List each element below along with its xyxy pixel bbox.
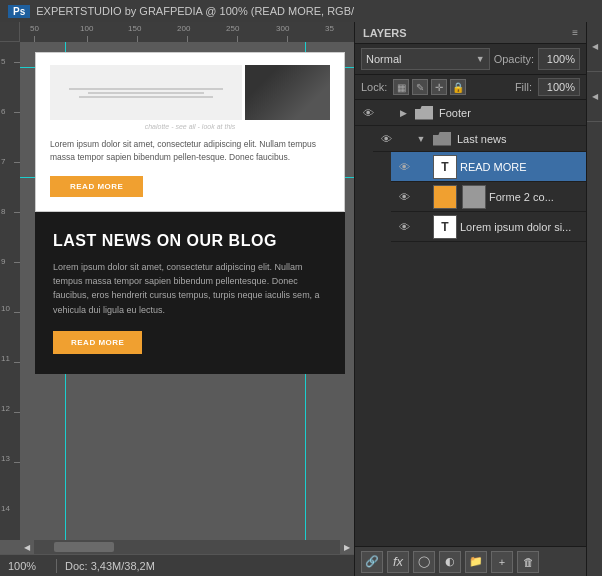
ruler-mark: 300 [276,24,289,33]
canvas-area[interactable]: 50 100 150 200 250 300 35 5 6 7 8 9 [0,22,354,576]
blend-mode-arrow: ▼ [476,54,485,64]
fill-input[interactable]: 100% [538,78,580,96]
status-divider [56,559,57,573]
blend-mode-value: Normal [366,53,401,65]
top-section: chalotte - see all - look at this Lorem … [35,52,345,212]
layers-panel-header: LAYERS ≡ [355,22,586,44]
status-bar: 100% Doc: 3,43M/38,2M [0,554,354,576]
layers-panel: LAYERS ≡ Normal ▼ Opacity: 100% Lock: ▦ … [354,22,586,576]
opacity-label: Opacity: [494,53,534,65]
lock-label: Lock: [361,81,387,93]
layer-item-forme2[interactable]: 👁 Forme 2 co... [391,182,586,212]
link-icon-lorem-ipsum [416,220,430,234]
adjustment-button[interactable]: ◐ [439,551,461,573]
link-icon-forme2 [416,190,430,204]
blend-opacity-row: Normal ▼ Opacity: 100% [355,44,586,75]
layers-panel-menu-icon[interactable]: ≡ [572,27,578,38]
link-icon-last-news [398,132,412,146]
mask-button[interactable]: ◯ [413,551,435,573]
fx-button[interactable]: fx [387,551,409,573]
lock-transparent-icon[interactable]: ▦ [393,79,409,95]
mock-header-right [245,65,330,120]
visibility-icon-lorem-ipsum[interactable]: 👁 [395,218,413,236]
layer-thumb-forme2-orange [433,185,457,209]
delete-layer-button[interactable]: 🗑 [517,551,539,573]
fill-label: Fill: [515,81,532,93]
folder-icon-last-news [433,132,451,146]
opacity-input[interactable]: 100% [538,48,580,70]
read-more-button-top[interactable]: READ MORE [50,176,143,197]
blend-mode-select[interactable]: Normal ▼ [361,48,490,70]
zoom-level: 100% [8,560,48,572]
mock-header-image [50,65,330,120]
expand-icon-footer[interactable]: ▶ [397,107,409,119]
visibility-icon-read-more[interactable]: 👁 [395,158,413,176]
layer-item-last-news[interactable]: 👁 ▼ Last news [373,126,586,152]
ruler-mark: 35 [325,24,334,33]
ruler-mark-v: 6 [1,107,5,116]
panel-collapse-tabs: ◀ ◀ [586,22,602,576]
small-italic-text: chalotte - see all - look at this [50,123,330,130]
group-button[interactable]: 📁 [465,551,487,573]
visibility-icon-footer[interactable]: 👁 [359,104,377,122]
ruler-mark-v: 8 [1,207,5,216]
layers-panel-title: LAYERS [363,27,407,39]
ruler-mark-v: 13 [1,454,10,463]
panel-tab-2[interactable]: ◀ [587,72,602,122]
ruler-mark-v: 12 [1,404,10,413]
link-layers-button[interactable]: 🔗 [361,551,383,573]
ruler-mark: 150 [128,24,141,33]
mock-header-left [50,65,242,120]
lock-fill-row: Lock: ▦ ✎ ✛ 🔒 Fill: 100% [355,75,586,100]
ruler-mark: 50 [30,24,39,33]
ruler-mark-v: 14 [1,504,10,513]
scroll-right-arrow[interactable]: ▶ [340,540,354,554]
mock-line-1 [69,88,223,90]
new-layer-button[interactable]: + [491,551,513,573]
ruler-left: 5 6 7 8 9 10 11 12 13 14 [0,42,20,540]
scroll-thumb-horizontal[interactable] [54,542,114,552]
ruler-top: 50 100 150 200 250 300 35 [20,22,354,42]
layer-name-forme2: Forme 2 co... [489,191,582,203]
layer-item-footer[interactable]: 👁 ▶ Footer [355,100,586,126]
lock-brush-icon[interactable]: ✎ [412,79,428,95]
layer-name-lorem-ipsum: Lorem ipsum dolor si... [460,221,582,233]
ruler-corner [0,22,20,42]
layer-name-footer: Footer [439,107,582,119]
scroll-left-arrow[interactable]: ◀ [20,540,34,554]
layer-name-last-news: Last news [457,133,582,145]
layer-thumb-lorem-ipsum: T [433,215,457,239]
lock-icons-group: ▦ ✎ ✛ 🔒 [393,79,466,95]
layer-thumb-read-more: T [433,155,457,179]
mock-line-3 [79,96,213,98]
read-more-button-dark[interactable]: READ MORE [53,331,142,354]
layer-thumb-forme2-gray [462,185,486,209]
title-text: EXPERTSTUDIO by GRAFPEDIA @ 100% (READ M… [36,5,354,17]
mock-line-2 [88,92,203,94]
ruler-mark: 200 [177,24,190,33]
layer-name-read-more: READ MORE [460,161,582,173]
lock-move-icon[interactable]: ✛ [431,79,447,95]
webpage-mock: chalotte - see all - look at this Lorem … [35,52,345,374]
lock-all-icon[interactable]: 🔒 [450,79,466,95]
lorem-text-top: Lorem ipsum dolor sit amet, consectetur … [50,138,330,164]
link-icon-read-more [416,160,430,174]
visibility-icon-last-news[interactable]: 👁 [377,130,395,148]
ruler-mark-v: 7 [1,157,5,166]
ruler-mark: 250 [226,24,239,33]
layer-item-read-more[interactable]: 👁 T READ MORE [391,152,586,182]
bottom-section: LAST NEWS ON OUR BLOG Lorem ipsum dolor … [35,212,345,375]
folder-icon-footer [415,106,433,120]
ruler-mark-v: 11 [1,354,10,363]
ruler-mark-v: 10 [1,304,10,313]
expand-icon-last-news[interactable]: ▼ [415,133,427,145]
layers-bottom-toolbar: 🔗 fx ◯ ◐ 📁 + 🗑 [355,546,586,576]
canvas-content: chalotte - see all - look at this Lorem … [20,42,354,554]
layer-item-lorem-ipsum[interactable]: 👁 T Lorem ipsum dolor si... [391,212,586,242]
link-icon-footer [380,106,394,120]
ruler-mark-v: 9 [1,257,5,266]
visibility-icon-forme2[interactable]: 👁 [395,188,413,206]
ruler-mark-v: 5 [1,57,5,66]
panel-tab-1[interactable]: ◀ [587,22,602,72]
ruler-mark: 100 [80,24,93,33]
